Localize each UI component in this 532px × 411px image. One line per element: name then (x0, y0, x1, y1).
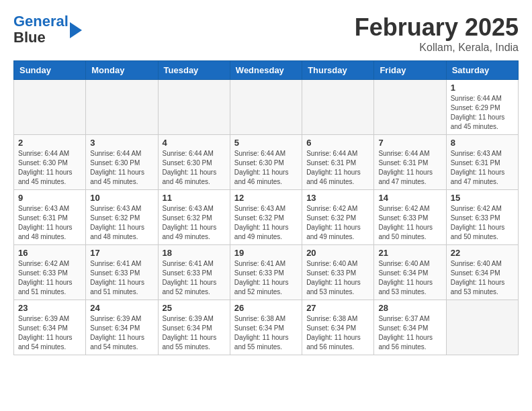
table-row: 16Sunrise: 6:42 AM Sunset: 6:33 PM Dayli… (14, 245, 86, 300)
day-number: 20 (306, 248, 369, 258)
header-friday: Friday (374, 61, 446, 80)
table-row: 25Sunrise: 6:39 AM Sunset: 6:34 PM Dayli… (158, 300, 230, 355)
day-info: Sunrise: 6:40 AM Sunset: 6:34 PM Dayligh… (451, 259, 514, 297)
month-title: February 2025 (355, 13, 519, 42)
calendar-table: Sunday Monday Tuesday Wednesday Thursday… (13, 60, 519, 355)
table-row: 21Sunrise: 6:40 AM Sunset: 6:34 PM Dayli… (374, 245, 446, 300)
day-number: 19 (234, 248, 298, 258)
day-info: Sunrise: 6:42 AM Sunset: 6:33 PM Dayligh… (451, 204, 514, 242)
day-info: Sunrise: 6:41 AM Sunset: 6:33 PM Dayligh… (234, 259, 298, 297)
table-row: 22Sunrise: 6:40 AM Sunset: 6:34 PM Dayli… (446, 245, 518, 300)
table-row: 18Sunrise: 6:41 AM Sunset: 6:33 PM Dayli… (158, 245, 230, 300)
table-row: 19Sunrise: 6:41 AM Sunset: 6:33 PM Dayli… (230, 245, 302, 300)
table-row: 3Sunrise: 6:44 AM Sunset: 6:30 PM Daylig… (86, 135, 158, 190)
table-row: 1Sunrise: 6:44 AM Sunset: 6:29 PM Daylig… (446, 80, 518, 135)
logo-arrow-icon (70, 22, 82, 38)
day-info: Sunrise: 6:44 AM Sunset: 6:30 PM Dayligh… (18, 149, 81, 187)
day-info: Sunrise: 6:44 AM Sunset: 6:31 PM Dayligh… (378, 149, 441, 187)
day-number: 12 (234, 193, 298, 203)
day-info: Sunrise: 6:39 AM Sunset: 6:34 PM Dayligh… (90, 314, 153, 352)
header-sunday: Sunday (14, 61, 86, 80)
header-wednesday: Wednesday (230, 61, 302, 80)
day-number: 16 (18, 248, 81, 258)
table-row: 26Sunrise: 6:38 AM Sunset: 6:34 PM Dayli… (230, 300, 302, 355)
calendar-week-row: 16Sunrise: 6:42 AM Sunset: 6:33 PM Dayli… (14, 245, 519, 300)
header-thursday: Thursday (302, 61, 374, 80)
logo: General Blue (13, 13, 82, 46)
location: Kollam, Kerala, India (355, 42, 519, 54)
table-row (374, 80, 446, 135)
day-info: Sunrise: 6:44 AM Sunset: 6:30 PM Dayligh… (90, 149, 153, 187)
day-info: Sunrise: 6:42 AM Sunset: 6:32 PM Dayligh… (306, 204, 369, 242)
table-row: 2Sunrise: 6:44 AM Sunset: 6:30 PM Daylig… (14, 135, 86, 190)
day-number: 21 (378, 248, 441, 258)
day-info: Sunrise: 6:43 AM Sunset: 6:32 PM Dayligh… (234, 204, 298, 242)
table-row: 9Sunrise: 6:43 AM Sunset: 6:31 PM Daylig… (14, 190, 86, 245)
day-info: Sunrise: 6:43 AM Sunset: 6:32 PM Dayligh… (90, 204, 153, 242)
calendar-week-row: 2Sunrise: 6:44 AM Sunset: 6:30 PM Daylig… (14, 135, 519, 190)
day-info: Sunrise: 6:44 AM Sunset: 6:30 PM Dayligh… (234, 149, 298, 187)
table-row: 8Sunrise: 6:43 AM Sunset: 6:31 PM Daylig… (446, 135, 518, 190)
day-number: 14 (378, 193, 441, 203)
day-number: 28 (378, 303, 441, 313)
day-info: Sunrise: 6:44 AM Sunset: 6:31 PM Dayligh… (306, 149, 369, 187)
page-header: General Blue February 2025 Kollam, Keral… (13, 13, 519, 54)
table-row (230, 80, 302, 135)
table-row: 6Sunrise: 6:44 AM Sunset: 6:31 PM Daylig… (302, 135, 374, 190)
day-number: 24 (90, 303, 153, 313)
day-info: Sunrise: 6:44 AM Sunset: 6:30 PM Dayligh… (163, 149, 226, 187)
day-info: Sunrise: 6:43 AM Sunset: 6:31 PM Dayligh… (451, 149, 514, 187)
day-number: 17 (90, 248, 153, 258)
logo-general: General (13, 13, 69, 30)
title-block: February 2025 Kollam, Kerala, India (355, 13, 519, 54)
table-row (158, 80, 230, 135)
table-row: 12Sunrise: 6:43 AM Sunset: 6:32 PM Dayli… (230, 190, 302, 245)
day-number: 5 (234, 138, 298, 148)
table-row: 7Sunrise: 6:44 AM Sunset: 6:31 PM Daylig… (374, 135, 446, 190)
day-info: Sunrise: 6:40 AM Sunset: 6:33 PM Dayligh… (306, 259, 369, 297)
day-number: 26 (234, 303, 298, 313)
day-number: 3 (90, 138, 153, 148)
day-number: 27 (306, 303, 369, 313)
table-row: 14Sunrise: 6:42 AM Sunset: 6:33 PM Dayli… (374, 190, 446, 245)
table-row (302, 80, 374, 135)
day-number: 25 (163, 303, 226, 313)
day-number: 7 (378, 138, 441, 148)
day-number: 23 (18, 303, 81, 313)
table-row: 13Sunrise: 6:42 AM Sunset: 6:32 PM Dayli… (302, 190, 374, 245)
table-row: 10Sunrise: 6:43 AM Sunset: 6:32 PM Dayli… (86, 190, 158, 245)
day-info: Sunrise: 6:38 AM Sunset: 6:34 PM Dayligh… (234, 314, 298, 352)
day-info: Sunrise: 6:43 AM Sunset: 6:32 PM Dayligh… (163, 204, 226, 242)
day-info: Sunrise: 6:41 AM Sunset: 6:33 PM Dayligh… (163, 259, 226, 297)
day-number: 13 (306, 193, 369, 203)
day-number: 15 (451, 193, 514, 203)
table-row: 24Sunrise: 6:39 AM Sunset: 6:34 PM Dayli… (86, 300, 158, 355)
table-row: 11Sunrise: 6:43 AM Sunset: 6:32 PM Dayli… (158, 190, 230, 245)
day-info: Sunrise: 6:42 AM Sunset: 6:33 PM Dayligh… (18, 259, 81, 297)
day-info: Sunrise: 6:39 AM Sunset: 6:34 PM Dayligh… (18, 314, 81, 352)
day-number: 6 (306, 138, 369, 148)
table-row: 23Sunrise: 6:39 AM Sunset: 6:34 PM Dayli… (14, 300, 86, 355)
table-row: 20Sunrise: 6:40 AM Sunset: 6:33 PM Dayli… (302, 245, 374, 300)
calendar-week-row: 1Sunrise: 6:44 AM Sunset: 6:29 PM Daylig… (14, 80, 519, 135)
day-info: Sunrise: 6:38 AM Sunset: 6:34 PM Dayligh… (306, 314, 369, 352)
day-number: 11 (163, 193, 226, 203)
table-row (446, 300, 518, 355)
table-row: 4Sunrise: 6:44 AM Sunset: 6:30 PM Daylig… (158, 135, 230, 190)
header-monday: Monday (86, 61, 158, 80)
day-info: Sunrise: 6:42 AM Sunset: 6:33 PM Dayligh… (378, 204, 441, 242)
day-number: 4 (163, 138, 226, 148)
table-row: 17Sunrise: 6:41 AM Sunset: 6:33 PM Dayli… (86, 245, 158, 300)
day-number: 18 (163, 248, 226, 258)
table-row (86, 80, 158, 135)
day-info: Sunrise: 6:39 AM Sunset: 6:34 PM Dayligh… (163, 314, 226, 352)
day-info: Sunrise: 6:40 AM Sunset: 6:34 PM Dayligh… (378, 259, 441, 297)
table-row: 5Sunrise: 6:44 AM Sunset: 6:30 PM Daylig… (230, 135, 302, 190)
day-info: Sunrise: 6:43 AM Sunset: 6:31 PM Dayligh… (18, 204, 81, 242)
day-info: Sunrise: 6:37 AM Sunset: 6:34 PM Dayligh… (378, 314, 441, 352)
table-row (14, 80, 86, 135)
table-row: 28Sunrise: 6:37 AM Sunset: 6:34 PM Dayli… (374, 300, 446, 355)
day-number: 10 (90, 193, 153, 203)
calendar-week-row: 23Sunrise: 6:39 AM Sunset: 6:34 PM Dayli… (14, 300, 519, 355)
day-info: Sunrise: 6:41 AM Sunset: 6:33 PM Dayligh… (90, 259, 153, 297)
